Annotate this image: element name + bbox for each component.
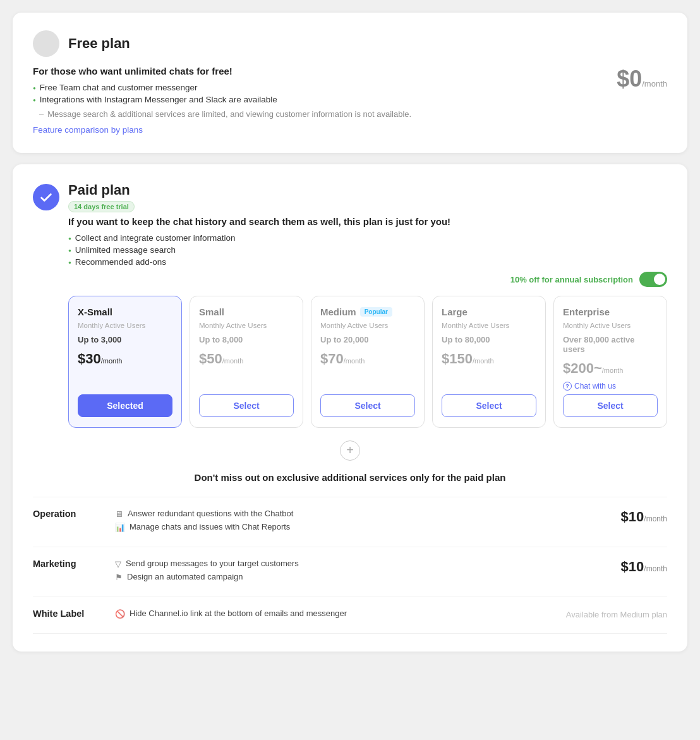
addon-feature-icon: ⚑	[115, 573, 123, 582]
plan-users-enterprise: Over 80,000 active users	[563, 335, 658, 354]
addon-feature-icon: 🖥	[115, 509, 123, 519]
plan-price-large: $150/month	[442, 351, 536, 367]
paid-plan-tagline: If you want to keep the chat history and…	[68, 216, 667, 227]
chat-link-label: Chat with us	[574, 382, 616, 391]
paid-plan-title-group: Paid plan 14 days free trial	[68, 182, 135, 212]
addon-feature-icon: 🚫	[115, 609, 125, 619]
plan-card-small: SmallMonthly Active UsersUp to 8,000$50/…	[190, 296, 303, 428]
plan-sub-large: Monthly Active Users	[442, 321, 536, 331]
chat-with-us-link[interactable]: ?Chat with us	[563, 382, 658, 391]
plan-sub-small: Monthly Active Users	[199, 321, 294, 331]
divider-plus: +	[33, 440, 667, 461]
plan-price-small: $50/month	[199, 351, 294, 367]
free-plan-tagline: For those who want unlimited chats for f…	[33, 66, 598, 76]
free-plan-price-display: $0/month	[617, 66, 667, 92]
paid-feature-1: Collect and integrate customer informati…	[68, 233, 667, 243]
addon-feature-text: Manage chats and issues with Chat Report…	[130, 522, 290, 531]
addon-feature-text: Send group messages to your target custo…	[126, 559, 299, 568]
addon-price: $10/month	[621, 509, 667, 525]
plan-card-medium: MediumPopularMonthly Active UsersUp to 2…	[311, 296, 425, 428]
paid-feature-3: Recommended add-ons	[68, 257, 667, 267]
select-btn-xsmall[interactable]: Selected	[78, 394, 172, 417]
addon-price-period: /month	[644, 514, 667, 523]
plan-users-small: Up to 8,000	[199, 335, 294, 344]
addons-title: Don't miss out on exclusive additional s…	[33, 472, 667, 483]
addon-price-value: $10/month	[621, 559, 667, 574]
plan-users-medium: Up to 20,000	[320, 335, 415, 344]
plan-price-medium: $70/month	[320, 351, 415, 367]
free-plan-price: $0	[617, 66, 642, 92]
paid-plan-feature-list: Collect and integrate customer informati…	[68, 233, 667, 267]
addon-features: 🚫Hide Channel.io link at the bottom of e…	[115, 609, 553, 622]
free-plan-card: Free plan For those who want unlimited c…	[13, 13, 687, 153]
addon-row-marketing: Marketing▽Send group messages to your ta…	[33, 547, 667, 597]
free-plan-icon	[33, 30, 59, 57]
annual-toggle-row: 10% off for annual subscription	[68, 272, 667, 287]
select-btn-enterprise[interactable]: Select	[563, 394, 658, 417]
free-plan-period: /month	[642, 79, 667, 88]
annual-toggle[interactable]	[639, 272, 667, 287]
addon-feature-item: 🖥Answer redundant questions with the Cha…	[115, 509, 608, 519]
addon-price-value: $10/month	[621, 509, 667, 525]
free-plan-features: For those who want unlimited chats for f…	[33, 66, 598, 135]
addons-list: Operation🖥Answer redundant questions wit…	[33, 497, 667, 634]
addon-feature-item: ⚑Design an automated campaign	[115, 572, 608, 582]
select-btn-large[interactable]: Select	[442, 394, 536, 417]
plan-name-large: Large	[442, 306, 468, 317]
addon-available-text: Available from Medium plan	[566, 610, 667, 619]
plan-sub-medium: Monthly Active Users	[320, 321, 415, 331]
addon-feature-icon: 📊	[115, 523, 125, 532]
addon-price: Available from Medium plan	[566, 609, 667, 620]
free-feature-2: Integrations with Instagram Messenger an…	[33, 95, 598, 104]
popular-badge: Popular	[360, 307, 392, 317]
addon-feature-item: ▽Send group messages to your target cust…	[115, 559, 608, 569]
free-plan-title: Free plan	[68, 35, 130, 52]
addon-feature-item: 📊Manage chats and issues with Chat Repor…	[115, 522, 608, 532]
addon-feature-text: Design an automated campaign	[127, 572, 243, 581]
addon-name: Marketing	[33, 559, 102, 569]
addon-price: $10/month	[621, 559, 667, 575]
plan-price-enterprise: $200~/month	[563, 360, 658, 377]
plans-grid: X-SmallMonthly Active UsersUp to 3,000$3…	[68, 296, 667, 428]
addon-features: 🖥Answer redundant questions with the Cha…	[115, 509, 608, 535]
select-btn-small[interactable]: Select	[199, 394, 294, 417]
plan-users-large: Up to 80,000	[442, 335, 536, 344]
addon-name: Operation	[33, 509, 102, 519]
free-plan-note: Message search & additional services are…	[33, 109, 598, 119]
plan-card-xsmall: X-SmallMonthly Active UsersUp to 3,000$3…	[68, 296, 182, 428]
free-feature-1: Free Team chat and customer messenger	[33, 83, 598, 92]
paid-plan-title: Paid plan	[68, 182, 135, 198]
addon-price-period: /month	[644, 564, 667, 573]
paid-feature-2: Unlimited message search	[68, 245, 667, 255]
plan-price-xsmall: $30/month	[78, 351, 172, 367]
plan-name-medium: Medium	[320, 306, 356, 317]
paid-plan-card: Paid plan 14 days free trial If you want…	[13, 164, 687, 652]
addon-row-operation: Operation🖥Answer redundant questions wit…	[33, 497, 667, 547]
plan-card-enterprise: EnterpriseMonthly Active UsersOver 80,00…	[553, 296, 667, 428]
plan-name-small: Small	[199, 306, 224, 317]
plan-name-enterprise: Enterprise	[563, 306, 610, 317]
chat-link-icon: ?	[563, 382, 572, 391]
plus-icon: +	[340, 440, 360, 461]
paid-plan-check-icon	[33, 184, 59, 210]
feature-comparison-link[interactable]: Feature comparison by plans	[33, 125, 143, 135]
addon-feature-text: Answer redundant questions with the Chat…	[128, 509, 293, 518]
addon-feature-icon: ▽	[115, 559, 121, 569]
plan-users-xsmall: Up to 3,000	[78, 335, 172, 344]
addon-feature-text: Hide Channel.io link at the bottom of em…	[130, 609, 347, 618]
addon-name: White Label	[33, 609, 102, 619]
addon-row-white-label: White Label🚫Hide Channel.io link at the …	[33, 597, 667, 634]
free-plan-feature-list: Free Team chat and customer messenger In…	[33, 83, 598, 104]
plan-sub-xsmall: Monthly Active Users	[78, 321, 172, 331]
trial-badge: 14 days free trial	[68, 201, 135, 212]
select-btn-medium[interactable]: Select	[320, 394, 415, 417]
addon-features: ▽Send group messages to your target cust…	[115, 559, 608, 585]
addon-feature-item: 🚫Hide Channel.io link at the bottom of e…	[115, 609, 553, 619]
plan-card-large: LargeMonthly Active UsersUp to 80,000$15…	[432, 296, 546, 428]
annual-label: 10% off for annual subscription	[510, 275, 633, 284]
plan-sub-enterprise: Monthly Active Users	[563, 321, 658, 331]
plan-name-xsmall: X-Small	[78, 306, 112, 317]
